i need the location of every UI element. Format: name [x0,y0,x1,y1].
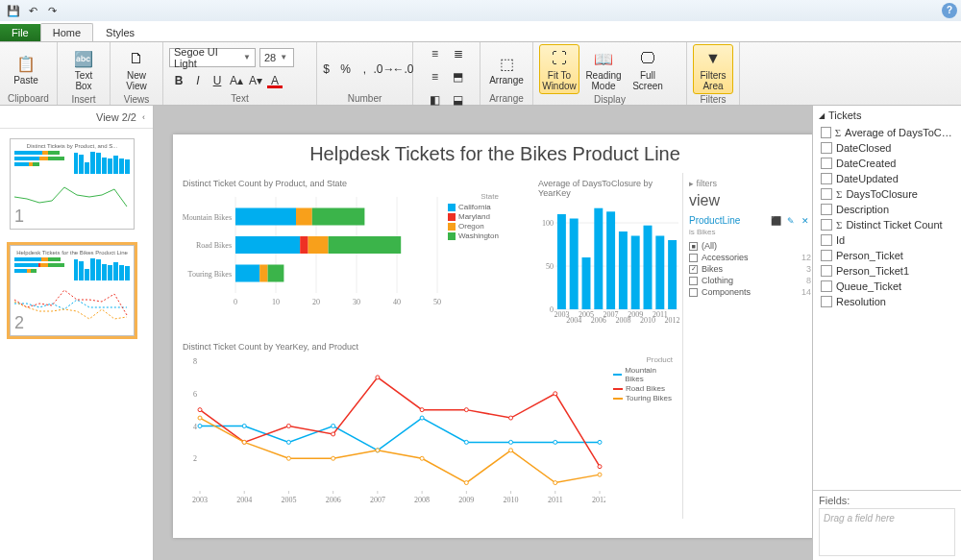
paste-button[interactable]: 📋 Paste [6,49,46,88]
full-screen-button[interactable]: 🖵 Full Screen [628,44,668,94]
filter-item[interactable]: Components14 [689,286,811,298]
filter-item[interactable]: ✓Bikes3 [689,263,811,275]
filter-chart-icon[interactable]: ⬛ [771,216,783,226]
svg-text:2005: 2005 [281,496,296,504]
stacked-bar-chart[interactable]: Distinct Ticket Count by Product, and St… [173,173,529,336]
arrange-button[interactable]: ⬚ Arrange [486,49,527,88]
align-right-button[interactable]: ≡ [426,67,445,86]
textbox-button[interactable]: 🔤 Text Box [63,44,104,94]
svg-text:2009: 2009 [458,496,474,504]
field-item[interactable]: DateCreated [817,156,957,171]
field-item[interactable]: Id [817,232,957,248]
svg-rect-33 [570,219,579,310]
svg-point-95 [198,416,202,420]
reading-mode-button[interactable]: 📖 Reading Mode [583,44,624,94]
filter-item[interactable]: ■(All) [689,240,811,252]
field-table-header[interactable]: ◢ Tickets [813,106,961,125]
filter-clear-icon[interactable]: ✕ [801,216,811,226]
field-item[interactable]: ΣAverage of DaysToClosure [817,125,957,140]
svg-point-88 [332,432,335,436]
font-color-button[interactable]: A [265,71,284,90]
group-display-label: Display [539,94,680,106]
view-thumbnail-1[interactable]: Distinct Tickets by Product, and S... [10,138,135,230]
chart1-title: Distinct Ticket Count by Product, and St… [183,179,519,188]
svg-point-103 [554,481,557,485]
svg-point-91 [464,408,468,412]
field-item[interactable]: Person_Ticket1 [817,263,957,279]
tab-file[interactable]: File [0,24,40,41]
field-item[interactable]: Description [817,202,957,217]
undo-icon[interactable]: ↶ [25,3,40,18]
filter-item[interactable]: Accessories12 [689,252,811,263]
tab-styles[interactable]: Styles [93,23,147,41]
report-canvas[interactable]: Helpdesk Tickets for the Bikes Product L… [154,106,812,560]
svg-text:0: 0 [234,298,237,306]
filter-item[interactable]: Clothing8 [689,275,811,286]
report-page: Helpdesk Tickets for the Bikes Product L… [173,134,812,538]
align-left-button[interactable]: ≡ [426,44,445,63]
chart3-title: Distinct Ticket Count by YearKey, and Pr… [183,342,673,352]
help-icon[interactable]: ? [942,3,957,18]
increase-decimal-button[interactable]: .0→ [375,60,394,79]
quick-access-toolbar: 💾 ↶ ↷ ? [0,0,961,21]
tab-home[interactable]: Home [40,23,93,41]
filters-panel[interactable]: ▸ filters view ProductLine ⬛ ✎ ✕ is Bike… [682,173,812,519]
svg-text:100: 100 [542,219,554,228]
svg-rect-22 [259,265,267,282]
filters-area-button[interactable]: ▼ Filters Area [693,44,733,94]
line-chart[interactable]: Distinct Ticket Count by YearKey, and Pr… [173,336,682,519]
collapse-icon[interactable]: ◢ [819,111,825,120]
grow-font-button[interactable]: A▴ [227,71,246,90]
save-icon[interactable]: 💾 [6,3,21,18]
fields-drop-area[interactable]: Drag a field here [819,508,955,556]
svg-rect-31 [557,214,566,309]
filters-heading: ▸ filters [689,179,811,188]
field-item[interactable]: Person_Ticket [817,248,957,263]
italic-button[interactable]: I [188,71,208,90]
paste-icon: 📋 [14,52,37,75]
align-top-button[interactable]: ⬒ [449,67,468,86]
svg-point-84 [598,440,602,444]
svg-point-89 [376,376,380,379]
filters-view: view [689,192,811,209]
filter-edit-icon[interactable]: ✎ [787,216,797,226]
svg-text:2012: 2012 [665,316,680,325]
field-item[interactable]: ΣDistinct Ticket Count [817,217,957,232]
svg-rect-17 [300,236,308,254]
column-chart[interactable]: Average of DaysToClosure by YearKey 0501… [529,173,682,336]
svg-text:2012: 2012 [592,496,605,504]
align-center-button[interactable]: ≣ [449,44,468,63]
font-size-select[interactable]: 28▼ [259,48,294,67]
comma-button[interactable]: , [356,60,375,79]
page-title[interactable]: Helpdesk Tickets for the Bikes Product L… [173,134,812,173]
currency-button[interactable]: $ [317,60,336,79]
fit-to-window-button[interactable]: ⛶ Fit To Window [539,44,579,94]
svg-text:8: 8 [193,357,197,366]
bold-button[interactable]: B [169,71,188,90]
reading-icon: 📖 [592,47,615,70]
view-thumbnail-2[interactable]: Helpdesk Tickets for the Bikes Product L… [10,245,135,336]
svg-point-101 [464,481,468,485]
decrease-decimal-button[interactable]: ←.0 [394,60,413,79]
svg-rect-41 [619,231,628,309]
redo-icon[interactable]: ↷ [44,3,60,18]
filters-area-label: Filters Area [700,70,726,91]
productline-filter[interactable]: ProductLine [689,215,740,226]
percent-button[interactable]: % [336,60,356,79]
svg-text:2008: 2008 [414,496,430,504]
collapse-nav-icon[interactable]: ‹ [142,112,145,122]
newview-button[interactable]: 🗋 New View [116,44,157,94]
field-item[interactable]: DateUpdated [817,171,957,186]
field-item[interactable]: DateClosed [817,140,957,156]
newview-icon: 🗋 [125,47,148,70]
group-filters-label: Filters [693,94,733,106]
shrink-font-button[interactable]: A▾ [246,71,265,90]
field-item[interactable]: ΣDaysToClosure [817,186,957,202]
svg-rect-45 [644,226,653,309]
field-item[interactable]: Resolution [817,294,957,309]
svg-point-99 [376,449,380,452]
underline-button[interactable]: U [208,71,227,90]
svg-point-75 [198,425,202,428]
field-item[interactable]: Queue_Ticket [817,279,957,294]
font-family-select[interactable]: Segoe UI Light▼ [169,48,256,67]
